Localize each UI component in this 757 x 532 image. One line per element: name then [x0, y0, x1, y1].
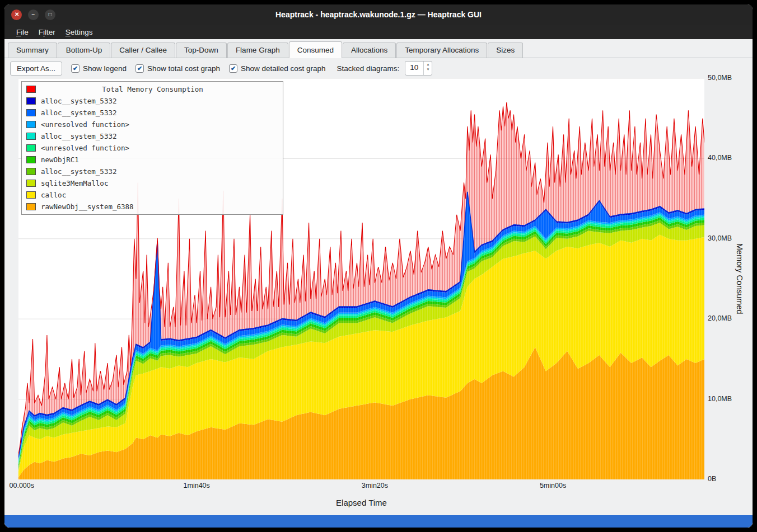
- tab-caller-callee[interactable]: Caller / Callee: [111, 43, 175, 58]
- tab-bar: SummaryBottom-UpCaller / CalleeTop-DownF…: [4, 39, 753, 58]
- y-tick-label: 40,0MB: [708, 154, 732, 162]
- legend-label: rawNewObj__system_6388: [41, 203, 134, 211]
- legend-label: alloc__system_5332: [41, 167, 116, 176]
- tab-sizes[interactable]: Sizes: [488, 43, 523, 58]
- legend-swatch: [26, 180, 36, 187]
- close-button[interactable]: ✕: [11, 10, 22, 20]
- legend-label: <unresolved function>: [41, 144, 129, 152]
- checkbox-icon: ✔: [135, 64, 144, 73]
- chart-region: Total Memory Consumptionalloc__system_53…: [4, 78, 753, 528]
- legend-label: sqlite3MemMalloc: [41, 179, 108, 187]
- maximize-button[interactable]: □: [45, 10, 55, 20]
- legend-swatch: [26, 86, 36, 93]
- y-axis-title: Memory Consumed: [733, 78, 746, 479]
- legend-swatch: [26, 121, 36, 128]
- minimize-button[interactable]: −: [28, 10, 39, 20]
- tab-allocations[interactable]: Allocations: [343, 43, 396, 58]
- stacked-diagrams-label: Stacked diagrams:: [337, 64, 400, 73]
- x-tick-label: 5min00s: [540, 482, 566, 489]
- stacked-diagrams-spinbox[interactable]: 10 ▲ ▼: [405, 61, 432, 76]
- y-tick-label: 10,0MB: [708, 395, 732, 403]
- y-tick-label: 30,0MB: [708, 234, 732, 242]
- app-window: ✕ − □ Heaptrack - heaptrack.wakunode.1.g…: [4, 4, 753, 528]
- checkbox-show-legend[interactable]: ✔Show legend: [71, 64, 127, 73]
- checkbox-label: Show legend: [83, 64, 127, 73]
- x-axis-title: Elapsed Time: [18, 498, 704, 507]
- spin-down-button[interactable]: ▼: [424, 67, 432, 72]
- checkbox-show-detailed-cost-graph[interactable]: ✔Show detailed cost graph: [229, 64, 326, 73]
- legend-swatch: [26, 133, 36, 140]
- main-content: SummaryBottom-UpCaller / CalleeTop-DownF…: [4, 39, 753, 528]
- tab-top-down[interactable]: Top-Down: [176, 43, 227, 58]
- bottom-panel: [4, 515, 753, 528]
- legend-swatch: [26, 144, 36, 152]
- legend-swatch: [26, 109, 36, 116]
- x-axis-ticks: 00.000s1min40s3min20s5min00s: [4, 482, 753, 491]
- tab-flame-graph[interactable]: Flame Graph: [227, 43, 288, 58]
- checkbox-label: Show total cost graph: [147, 64, 220, 73]
- legend-item: newObjRC1: [24, 154, 281, 166]
- legend-item: rawNewObj__system_6388: [24, 201, 281, 213]
- legend-item: <unresolved function>: [24, 142, 281, 154]
- checkbox-label: Show detailed cost graph: [241, 64, 326, 73]
- x-tick-label: 3min20s: [362, 482, 388, 489]
- tab-temporary-allocations[interactable]: Temporary Allocations: [396, 43, 487, 58]
- stacked-diagrams-value: 10: [405, 62, 423, 75]
- legend-item: alloc__system_5332: [24, 107, 281, 119]
- menu-item-settings[interactable]: Settings: [60, 26, 98, 38]
- close-icon: ✕: [15, 12, 19, 17]
- legend-item: alloc__system_5332: [24, 166, 281, 177]
- title-bar[interactable]: ✕ − □ Heaptrack - heaptrack.wakunode.1.g…: [4, 4, 753, 25]
- legend-item: <unresolved function>: [24, 119, 281, 130]
- export-as-button[interactable]: Export As...: [10, 62, 62, 76]
- spin-up-button[interactable]: ▲: [424, 62, 432, 67]
- legend-title-row: Total Memory Consumption: [24, 83, 281, 95]
- menu-item-filter[interactable]: Filter: [34, 26, 60, 38]
- legend-swatch: [26, 168, 36, 175]
- spinbox-buttons: ▲ ▼: [423, 62, 432, 75]
- y-tick-label: 50,0MB: [708, 74, 732, 82]
- legend-swatch: [26, 97, 36, 105]
- legend-label: calloc: [41, 191, 66, 199]
- maximize-icon: □: [48, 12, 52, 17]
- menu-item-file[interactable]: File: [11, 26, 34, 38]
- legend-title: Total Memory Consumption: [41, 85, 278, 93]
- x-tick-label: 00.000s: [10, 482, 34, 489]
- legend-label: alloc__system_5332: [41, 97, 116, 105]
- legend-swatch: [26, 203, 36, 210]
- tab-summary[interactable]: Summary: [8, 43, 57, 58]
- legend-label: alloc__system_5332: [41, 109, 116, 117]
- legend-label: alloc__system_5332: [41, 132, 116, 140]
- legend-item: alloc__system_5332: [24, 95, 281, 107]
- checkbox-icon: ✔: [71, 64, 80, 73]
- x-tick-label: 1min40s: [184, 482, 210, 489]
- legend-label: newObjRC1: [41, 156, 79, 164]
- window-buttons: ✕ − □: [11, 4, 55, 25]
- checkbox-icon: ✔: [229, 64, 237, 73]
- legend-swatch: [26, 156, 36, 163]
- checkbox-show-total-cost-graph[interactable]: ✔Show total cost graph: [135, 64, 220, 73]
- legend-label: <unresolved function>: [41, 120, 129, 129]
- y-tick-label: 20,0MB: [708, 314, 732, 322]
- tab-bottom-up[interactable]: Bottom-Up: [58, 43, 111, 58]
- toolbar: Export As... ✔Show legend✔Show total cos…: [4, 58, 753, 78]
- tab-consumed[interactable]: Consumed: [289, 41, 342, 58]
- legend-item: calloc: [24, 189, 281, 201]
- legend-item: alloc__system_5332: [24, 130, 281, 142]
- legend-swatch: [26, 191, 36, 199]
- window-title: Heaptrack - heaptrack.wakunode.1.gz — He…: [275, 10, 482, 19]
- menu-bar: FileFilterSettings: [4, 25, 753, 39]
- minimize-icon: −: [32, 12, 35, 17]
- legend-item: sqlite3MemMalloc: [24, 177, 281, 189]
- chart-legend: Total Memory Consumptionalloc__system_53…: [21, 81, 283, 215]
